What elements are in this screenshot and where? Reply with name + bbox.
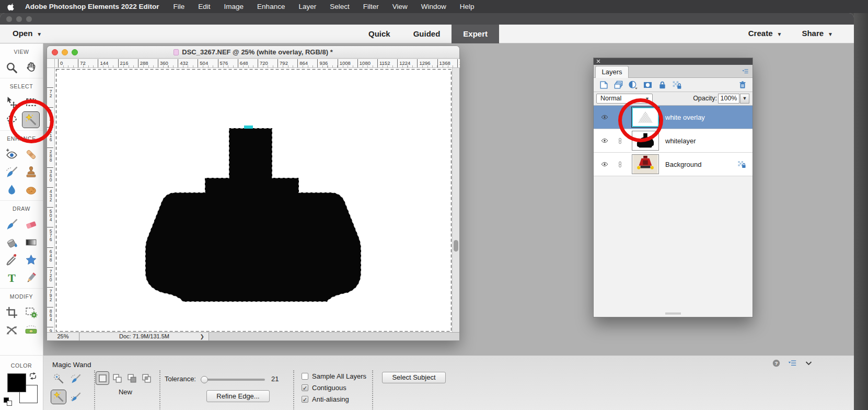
tool-options-menu-icon[interactable] [788,359,797,368]
quick-selection-variant[interactable] [51,371,66,386]
type-tool[interactable]: T [2,269,21,287]
content-aware-move-tool[interactable] [2,321,21,339]
subtract-selection-mode[interactable] [125,371,138,385]
adjustment-layer-icon[interactable] [628,80,638,90]
window-titlebar[interactable] [0,13,854,25]
layer-link-icon[interactable] [617,160,623,169]
intersect-selection-mode[interactable] [140,371,153,385]
healing-tool[interactable] [21,145,41,163]
tab-quick[interactable]: Quick [357,25,402,43]
menubar-item-layer[interactable]: Layer [292,3,323,10]
magic-wand-variant[interactable] [51,390,66,404]
opacity-field[interactable]: 100% [718,94,739,104]
layer-row-whitelayer[interactable]: whitelayer [594,129,753,153]
checkbox[interactable] [302,373,308,380]
paint-bucket-tool[interactable] [2,233,21,251]
tolerance-slider[interactable] [202,379,265,381]
help-icon[interactable]: ? [772,359,781,368]
window-zoom-button[interactable] [26,16,32,22]
layer-name[interactable]: whitelayer [665,137,696,145]
refine-edge-button[interactable]: Refine Edge... [206,390,270,402]
checkbox[interactable]: ✓ [302,396,308,403]
refine-brush-variant[interactable] [68,390,84,404]
lock-all-icon[interactable] [657,80,667,90]
share-button[interactable]: Share▼ [802,29,833,38]
menubar-item-edit[interactable]: Edit [191,3,217,10]
menubar-item-filter[interactable]: Filter [356,3,386,10]
layers-panel-header[interactable] [594,58,753,65]
slider-thumb[interactable] [201,376,208,383]
menubar-item-image[interactable]: Image [217,3,251,10]
straighten-tool[interactable] [21,321,41,339]
delete-layer-icon[interactable] [738,80,747,89]
window-close-button[interactable] [6,16,12,22]
panel-resize-grip[interactable] [665,313,681,315]
blur-tool[interactable] [2,181,21,199]
zoom-level-field[interactable]: 25% [47,333,79,340]
layer-mask-icon[interactable] [643,80,653,90]
eraser-tool[interactable] [21,215,41,233]
clone-stamp-tool[interactable] [21,163,41,181]
auto-selection-variant[interactable] [51,408,66,410]
layer-visibility-eye-icon[interactable] [600,137,609,144]
selection-brush-variant[interactable] [68,371,84,386]
app-window: Open▼ QuickGuidedExpert Create▼ Share▼ V… [0,13,854,410]
open-button[interactable]: Open▼ [13,29,42,38]
crop-tool[interactable] [2,303,21,321]
paint-bucket-icon [5,236,18,249]
smart-brush-tool[interactable] [2,163,21,181]
close-icon[interactable] [596,59,601,64]
layer-visibility-eye-icon[interactable] [600,161,609,168]
document-status-bar: 25% Doc: 71.9M/131.5M❯ [47,332,459,340]
new-group-icon[interactable] [614,80,623,90]
status-menu-chevron-icon[interactable]: ❯ [200,333,204,340]
opacity-dropdown-button[interactable]: ▼ [740,94,749,104]
scrollbar-thumb[interactable] [454,240,458,252]
checkbox[interactable]: ✓ [302,384,308,391]
new-layer-icon[interactable] [599,80,609,90]
default-colors-icon[interactable] [4,397,13,407]
layer-lock-icon [737,160,746,169]
tab-layers[interactable]: Layers [595,66,629,78]
pencil-tool[interactable] [21,269,41,287]
create-button[interactable]: Create▼ [748,29,782,38]
layer-thumbnail[interactable] [632,154,659,174]
swap-colors-icon[interactable] [29,372,37,380]
layer-visibility-eye-icon[interactable] [600,113,609,121]
recompose-tool[interactable] [21,303,41,321]
layer-row-background[interactable]: Background [594,153,753,176]
layer-row-white-overlay[interactable]: white overlay [594,106,753,129]
gradient-tool[interactable] [21,233,41,251]
tab-expert[interactable]: Expert [452,25,499,43]
apple-icon[interactable] [7,3,16,11]
foreground-color-swatch[interactable] [7,373,26,392]
brush-tool[interactable] [2,215,21,233]
lock-transparent-icon[interactable] [672,80,682,90]
tab-guided[interactable]: Guided [402,25,452,43]
select-subject-button[interactable]: Select Subject [382,372,446,383]
menubar-item-enhance[interactable]: Enhance [250,3,292,10]
layer-name[interactable]: Background [665,161,701,168]
shape-tool[interactable] [21,251,41,269]
add-selection-mode[interactable] [110,371,124,385]
menubar-item-window[interactable]: Window [414,3,453,10]
sponge-tool[interactable] [21,181,41,199]
document-vertical-scrollbar[interactable] [452,68,459,333]
new-selection-mode[interactable] [96,371,109,385]
panel-menu-icon[interactable] [742,68,749,75]
collapse-panel-icon[interactable] [804,359,813,368]
window-minimize-button[interactable] [16,16,22,22]
menubar-item-file[interactable]: File [167,3,192,10]
document-titlebar[interactable]: DSC_3267.NEF @ 25% (white overlay, RGB/8… [47,46,459,59]
layer-name[interactable]: white overlay [665,113,705,121]
menubar-item-select[interactable]: Select [323,3,356,10]
eyedropper-tool[interactable] [2,251,21,269]
hand-tool[interactable] [21,59,41,76]
red-eye-tool[interactable] [2,145,21,163]
canvas[interactable] [55,68,453,333]
layer-link-icon[interactable] [617,136,623,146]
doc-size-field[interactable]: Doc: 71.9M/131.5M❯ [80,333,209,340]
zoom-tool[interactable] [2,59,21,76]
menubar-item-help[interactable]: Help [453,3,481,10]
menubar-item-view[interactable]: View [386,3,414,10]
